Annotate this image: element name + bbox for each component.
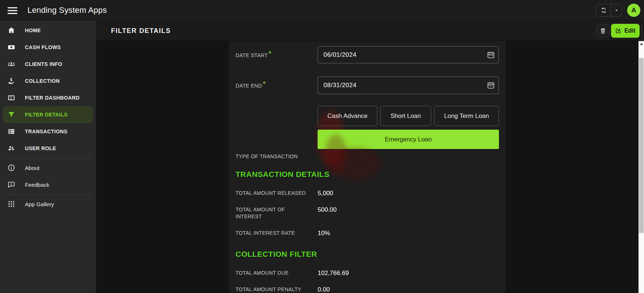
filter-details-icon: [7, 111, 15, 119]
home-icon: [7, 26, 15, 34]
header-divider-line: [641, 23, 642, 38]
sidebar: HOME CASH FLOWS CLIENTS INFO COLLECTION …: [0, 21, 96, 293]
transaction-type-group: Cash AdvanceShort LoanLong Term Loan: [318, 106, 499, 126]
sync-button[interactable]: [596, 4, 611, 16]
scrollbar-thumb[interactable]: [639, 58, 644, 233]
date-start-calendar-button[interactable]: [486, 51, 495, 59]
feedback-icon: [7, 181, 15, 189]
filter-dashboard-icon: [7, 94, 15, 102]
hamburger-icon: [7, 5, 18, 16]
hamburger-menu-button[interactable]: [7, 5, 18, 16]
edit-button[interactable]: Edit: [611, 24, 640, 38]
sidebar-item-home[interactable]: HOME: [3, 22, 93, 39]
sidebar-item-transactions[interactable]: TRANSACTIONS: [3, 123, 93, 140]
edit-button-label: Edit: [624, 27, 635, 34]
detail-row-total-amount-penalty: TOTAL AMOUNT PENALTY 0.00: [236, 286, 499, 293]
section-title: COLLECTION FILTER: [236, 250, 499, 259]
type-option-short-loan[interactable]: Short Loan: [380, 106, 431, 126]
sidebar-item-app-gallery[interactable]: App Gallery: [3, 196, 93, 212]
top-bar: Lending System Apps A: [0, 0, 644, 21]
date-start-label: DATE START*: [236, 51, 271, 59]
clients-info-icon: [7, 60, 15, 68]
sidebar-item-feedback[interactable]: Feedback: [3, 176, 93, 193]
date-end-label: DATE END*: [236, 82, 266, 89]
collection-filter-section: COLLECTION FILTER TOTAL AMOUNT DUE 102,7…: [236, 250, 499, 293]
sidebar-item-filter-details[interactable]: FILTER DETAILS: [3, 106, 93, 123]
calendar-icon: [486, 81, 495, 90]
sidebar-divider: [5, 194, 91, 194]
collection-icon: [7, 77, 15, 85]
app-title: Lending System Apps: [27, 0, 107, 21]
transaction-type-label: TYPE OF TRANSACTION: [236, 153, 298, 160]
sidebar-item-about[interactable]: About: [3, 159, 93, 176]
sidebar-tertiary-group: App Gallery: [0, 196, 96, 212]
sync-icon: [600, 7, 607, 14]
detail-row-total-interest-rate: TOTAL INTEREST RATE 10%: [236, 230, 499, 237]
collection-filter-rows: TOTAL AMOUNT DUE 102,766.69 TOTAL AMOUNT…: [236, 270, 499, 293]
content-area: DATE START* DATE END* TYPE OF TRANSACTIO…: [96, 41, 644, 293]
trash-icon: [599, 27, 607, 34]
chevron-down-icon: [614, 7, 619, 13]
date-start-input[interactable]: [318, 46, 499, 63]
sync-options-button[interactable]: [611, 4, 622, 16]
sidebar-item-user-role[interactable]: USER ROLE: [3, 140, 93, 157]
user-avatar[interactable]: A: [627, 4, 640, 17]
detail-form-panel: DATE START* DATE END* TYPE OF TRANSACTIO…: [229, 41, 506, 293]
detail-row-total-amount-of-interest: TOTAL AMOUNT OF INTEREST 500.00: [236, 206, 499, 220]
edit-pencil-icon: [615, 27, 622, 34]
type-option-long-term-loan[interactable]: Long Term Loan: [434, 106, 499, 126]
transactions-icon: [7, 127, 15, 136]
app-window: Lending System Apps A HOME CASH FLOWS CL…: [0, 0, 644, 293]
scrollbar-up-arrow[interactable]: [639, 41, 644, 47]
app-gallery-icon: [7, 200, 15, 208]
calendar-icon: [486, 51, 495, 59]
sidebar-main-group: HOME CASH FLOWS CLIENTS INFO COLLECTION …: [0, 22, 96, 157]
sidebar-item-cash-flows[interactable]: CASH FLOWS: [3, 39, 93, 56]
delete-button[interactable]: [596, 24, 610, 37]
required-asterisk: *: [269, 49, 271, 58]
detail-row-total-amount-due: TOTAL AMOUNT DUE 102,766.69: [236, 270, 499, 277]
section-title: TRANSACTION DETAILS: [236, 170, 499, 179]
detail-row-total-amount-released: TOTAL AMOUNT RELEASED 5,000: [236, 190, 499, 197]
sidebar-item-clients-info[interactable]: CLIENTS INFO: [3, 56, 93, 73]
type-option-cash-advance[interactable]: Cash Advance: [318, 106, 377, 126]
sidebar-divider: [5, 158, 91, 158]
sidebar-item-collection[interactable]: COLLECTION: [3, 73, 93, 89]
page-title: FILTER DETAILS: [111, 21, 171, 41]
date-start-field: [318, 46, 499, 63]
date-end-field: [318, 77, 499, 94]
sidebar-secondary-group: About Feedback: [0, 159, 96, 193]
vertical-scrollbar[interactable]: [639, 41, 644, 293]
view-header: FILTER DETAILS Edit: [96, 21, 644, 41]
date-end-input[interactable]: [318, 77, 499, 94]
about-icon: [7, 164, 15, 172]
user-role-icon: [7, 144, 15, 152]
type-option-emergency-loan-selected[interactable]: Emergency Loan: [318, 130, 499, 149]
required-asterisk: *: [263, 79, 266, 88]
date-end-calendar-button[interactable]: [486, 81, 495, 90]
transaction-details-section: TRANSACTION DETAILS TOTAL AMOUNT RELEASE…: [236, 170, 499, 246]
transaction-details-rows: TOTAL AMOUNT RELEASED 5,000 TOTAL AMOUNT…: [236, 190, 499, 237]
sync-split-button: [596, 4, 622, 16]
cash-flows-icon: [7, 43, 15, 51]
sidebar-item-filter-dashboard[interactable]: FILTER DASHBOARD: [3, 89, 93, 106]
